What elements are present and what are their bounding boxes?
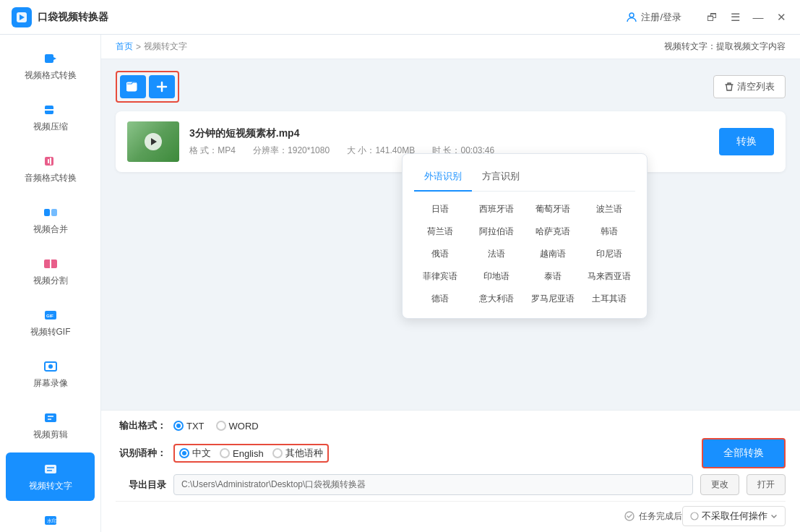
sidebar-item-video-text[interactable]: 视频转文字: [6, 452, 95, 501]
tab-foreign-lang[interactable]: 外语识别: [414, 166, 472, 192]
lang-item[interactable]: 德语: [414, 291, 466, 306]
lang-item[interactable]: 越南语: [527, 246, 579, 262]
sidebar-label: 视频转文字: [29, 480, 72, 492]
lang-option-other[interactable]: 其他语种: [272, 447, 323, 460]
radio-word-dot: [216, 421, 226, 431]
add-file-btn[interactable]: [120, 75, 146, 98]
sidebar-item-video-edit[interactable]: 视频剪辑: [6, 401, 95, 450]
sidebar-label: 视频转GIF: [30, 326, 71, 338]
svg-rect-9: [51, 209, 57, 216]
output-format-row: 输出格式： TXT WORD: [116, 419, 786, 432]
radio-chinese-dot: [179, 448, 189, 458]
sidebar-item-video-merge[interactable]: 视频合并: [6, 196, 95, 244]
sidebar-label: 视频合并: [33, 223, 68, 236]
lang-item[interactable]: 俄语: [414, 246, 466, 262]
lang-item[interactable]: 日语: [414, 202, 466, 217]
lang-chinese-label: 中文: [192, 447, 211, 460]
lang-item[interactable]: 阿拉伯语: [470, 224, 522, 239]
lang-other-label: 其他语种: [285, 447, 323, 460]
svg-point-32: [691, 512, 698, 520]
user-login-btn[interactable]: 注册/登录: [625, 11, 681, 24]
lang-item[interactable]: 菲律宾语: [414, 269, 466, 284]
lang-option-chinese[interactable]: 中文: [179, 447, 211, 460]
svg-rect-3: [45, 54, 53, 63]
lang-item[interactable]: 哈萨克语: [527, 224, 579, 239]
format-word-label: WORD: [229, 421, 259, 432]
sidebar-item-video-compress[interactable]: 视频压缩: [6, 93, 95, 142]
sidebar-item-screen-record[interactable]: 屏幕录像: [6, 350, 95, 398]
format-option-word[interactable]: WORD: [216, 421, 259, 432]
lang-option-english[interactable]: English: [220, 448, 264, 459]
sidebar-item-video-watermark[interactable]: 水印 视频水印: [6, 504, 95, 532]
lang-item[interactable]: 荷兰语: [414, 224, 466, 239]
close-btn[interactable]: ✕: [774, 11, 788, 24]
lang-item[interactable]: 马来西亚语: [583, 269, 635, 284]
sidebar-item-video-split[interactable]: 视频分割: [6, 247, 95, 296]
tab-dialect[interactable]: 方言识别: [472, 166, 530, 192]
sidebar-item-audio-format[interactable]: 音频格式转换: [6, 145, 95, 193]
recognition-lang-row: 识别语种： 中文 English 其他语种 全部: [116, 438, 786, 468]
output-format-label: 输出格式：: [116, 419, 166, 432]
lang-item[interactable]: 意大利语: [470, 291, 522, 306]
format-option-txt[interactable]: TXT: [173, 421, 205, 432]
export-row: 导出目录 C:\Users\Administrator\Desktop\口袋视频…: [116, 474, 786, 495]
svg-rect-16: [45, 413, 56, 422]
lang-item[interactable]: 西班牙语: [470, 202, 522, 217]
audio-format-icon: [43, 153, 59, 169]
export-path: C:\Users\Administrator\Desktop\口袋视频转换器: [173, 474, 693, 495]
change-path-btn[interactable]: 更改: [700, 474, 739, 495]
language-grid: 日语 西班牙语 葡萄牙语 波兰语 荷兰语 阿拉伯语 哈萨克语 韩语 俄语 法语 …: [414, 202, 635, 306]
radio-english-dot: [220, 448, 230, 458]
lang-item[interactable]: 韩语: [583, 224, 635, 239]
add-plus-btn[interactable]: [149, 75, 175, 98]
lang-item[interactable]: 印尼语: [583, 246, 635, 262]
minimize-btn[interactable]: —: [751, 11, 765, 24]
sidebar: 视频格式转换 视频压缩 音频格式转换 视频合并 视频分割: [0, 35, 101, 532]
convert-all-btn[interactable]: 全部转换: [702, 438, 786, 468]
sidebar-item-video-gif[interactable]: GIF 视频转GIF: [6, 299, 95, 347]
lang-item[interactable]: 波兰语: [583, 202, 635, 217]
svg-text:水印: 水印: [47, 518, 57, 523]
format-txt-label: TXT: [186, 421, 205, 432]
svg-point-2: [629, 13, 634, 17]
lang-english-label: English: [233, 448, 264, 459]
restore-btn[interactable]: 🗗: [705, 11, 719, 24]
user-login-label: 注册/登录: [641, 11, 681, 24]
bottom-section: 输出格式： TXT WORD 识别语种：: [101, 410, 800, 532]
play-button[interactable]: [145, 133, 162, 150]
lang-item[interactable]: 罗马尼亚语: [527, 291, 579, 306]
open-path-btn[interactable]: 打开: [747, 474, 786, 495]
svg-marker-4: [53, 57, 56, 60]
sidebar-label: 视频格式转换: [25, 69, 77, 82]
titlebar-right: 注册/登录 🗗 ☰ — ✕: [625, 11, 788, 24]
video-merge-icon: [43, 205, 59, 220]
lang-item[interactable]: 土耳其语: [583, 291, 635, 306]
clear-list-btn[interactable]: 清空列表: [713, 75, 786, 98]
file-format-label: 格 式：MP4: [189, 145, 236, 157]
task-action-dropdown[interactable]: 不采取任何操作: [682, 506, 786, 526]
content-area: 清空列表 3分钟的短视频素材.mp4 格 式：MP4 分辨率：1920*1080: [101, 59, 800, 410]
lang-item[interactable]: 法语: [470, 246, 522, 262]
breadcrumb: 首页 > 视频转文字 视频转文字：提取视频文字内容: [101, 35, 800, 59]
breadcrumb-desc: 视频转文字：提取视频文字内容: [664, 40, 786, 53]
lang-item[interactable]: 印地语: [470, 269, 522, 284]
lang-radio-group: 中文 English 其他语种: [173, 444, 329, 463]
breadcrumb-current: 视频转文字: [144, 40, 187, 53]
sidebar-item-video-format[interactable]: 视频格式转换: [6, 42, 95, 90]
video-split-icon: [43, 256, 59, 272]
convert-single-btn[interactable]: 转换: [719, 128, 774, 155]
lang-item[interactable]: 葡萄牙语: [527, 202, 579, 217]
titlebar: 口袋视频转换器 注册/登录 🗗 ☰ — ✕: [0, 0, 800, 35]
menu-btn[interactable]: ☰: [728, 11, 742, 24]
radio-txt-dot: [173, 421, 184, 431]
sidebar-label: 视频压缩: [33, 121, 68, 133]
file-info: 3分钟的短视频素材.mp4 格 式：MP4 分辨率：1920*1080 大 小：…: [189, 127, 709, 157]
breadcrumb-sep: >: [136, 42, 141, 52]
sidebar-label: 屏幕录像: [33, 377, 68, 390]
task-complete-text: 任务完成后: [639, 510, 682, 523]
file-resolution-label: 分辨率：1920*1080: [253, 145, 330, 157]
lang-item[interactable]: 泰语: [527, 269, 579, 284]
breadcrumb-home[interactable]: 首页: [116, 40, 133, 53]
format-radio-group: TXT WORD: [173, 421, 259, 432]
dropdown-tabs: 外语识别 方言识别: [414, 166, 635, 192]
